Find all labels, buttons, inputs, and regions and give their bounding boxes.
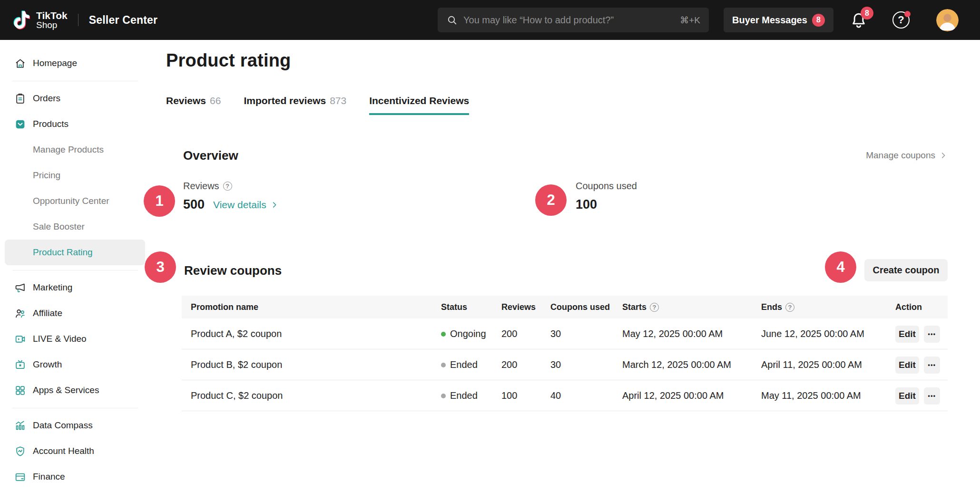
cell-action: Edit••• (895, 380, 940, 411)
help-glyph: ? (898, 14, 904, 26)
sidebar-item-finance[interactable]: Finance (0, 464, 150, 490)
cell-status: Ended (441, 380, 478, 411)
sidebar-item-label: Pricing (33, 170, 60, 181)
sidebar-item-product-rating[interactable]: Product Rating (5, 240, 145, 265)
global-search-input[interactable]: You may like “How to add product?” ⌘+K (438, 8, 709, 32)
buyer-messages-button[interactable]: Buyer Messages 8 (724, 8, 833, 32)
cell-starts: April 12, 2025 00:00 AM (622, 380, 724, 411)
column-header-status: Status (441, 296, 467, 318)
marketing-icon (14, 282, 26, 294)
tab-label: Reviews (166, 95, 206, 106)
sidebar-item-label: Finance (33, 472, 65, 482)
sidebar-item-label: Homepage (33, 58, 77, 68)
sidebar-item-apps-services[interactable]: Apps & Services (0, 377, 150, 403)
column-header-coupons-used: Coupons used (550, 296, 610, 318)
home-icon (14, 58, 26, 69)
sidebar-nav: HomepageOrdersProductsManage ProductsPri… (0, 40, 150, 501)
reviews-stat-label: Reviews ? (183, 181, 279, 192)
help-notification-dot (904, 11, 911, 17)
coupons-used-value: 100 (576, 197, 597, 212)
cell-reviews: 200 (501, 318, 517, 349)
help-button[interactable]: ? (892, 11, 910, 29)
more-actions-button[interactable]: ••• (924, 387, 940, 405)
coupons-table: Promotion nameStatusReviewsCoupons usedS… (182, 296, 948, 411)
more-actions-button[interactable]: ••• (924, 326, 940, 343)
sidebar-item-live-video[interactable]: LIVE & Video (0, 326, 150, 352)
starts-help-icon[interactable]: ? (650, 303, 659, 312)
status-text: Ended (450, 359, 478, 370)
cell-status: Ongoing (441, 318, 486, 349)
review-coupons-heading: Review coupons (184, 263, 282, 278)
status-text: Ongoing (450, 328, 486, 339)
sidebar-divider (0, 76, 150, 86)
sidebar-item-label: Marketing (33, 282, 72, 293)
sidebar-item-products[interactable]: Products (0, 111, 150, 137)
sidebar-item-orders[interactable]: Orders (0, 86, 150, 111)
affiliate-icon (14, 308, 26, 319)
create-coupon-button[interactable]: Create coupon (864, 259, 948, 281)
table-header-row: Promotion nameStatusReviewsCoupons usedS… (182, 296, 948, 318)
cell-promotion-name: Product B, $2 coupon (191, 349, 282, 380)
annotation-badge-3: 3 (145, 251, 176, 283)
reviews-stat-value: 500 (183, 197, 205, 212)
notifications-button[interactable]: 8 (850, 11, 868, 29)
edit-button[interactable]: Edit (895, 387, 919, 405)
sidebar-item-marketing[interactable]: Marketing (0, 275, 150, 300)
sidebar-item-sale-booster[interactable]: Sale Booster (0, 214, 150, 240)
sidebar-item-label: Affiliate (33, 308, 62, 318)
ends-help-icon[interactable]: ? (785, 303, 794, 312)
view-details-link[interactable]: View details (213, 199, 279, 211)
cell-coupons-used: 30 (550, 349, 561, 380)
sidebar-item-label: Products (33, 119, 69, 129)
tab-count: 66 (210, 95, 221, 106)
table-row: Product B, $2 couponEnded20030March 12, … (182, 349, 948, 380)
tiktok-shop-logo[interactable]: TikTok Shop (11, 10, 68, 30)
sidebar-item-pricing[interactable]: Pricing (0, 163, 150, 188)
chevron-right-icon (270, 201, 279, 209)
sidebar-item-opportunity-center[interactable]: Opportunity Center (0, 188, 150, 214)
avatar-image (936, 9, 959, 31)
column-header-reviews: Reviews (501, 296, 536, 318)
account-avatar[interactable] (936, 9, 959, 31)
orders-icon (14, 93, 26, 105)
more-actions-button[interactable]: ••• (924, 356, 940, 374)
app-name: Seller Center (89, 14, 158, 27)
sidebar-item-label: Account Health (33, 446, 94, 456)
cell-reviews: 100 (501, 380, 517, 411)
sidebar-item-label: Manage Products (33, 145, 104, 155)
data-icon (14, 420, 26, 432)
tab-reviews[interactable]: Reviews66 (166, 95, 221, 115)
sidebar-item-data-compass[interactable]: Data Compass (0, 413, 150, 438)
tab-imported-reviews[interactable]: Imported reviews873 (244, 95, 346, 115)
column-header-starts: Starts? (622, 296, 659, 318)
cell-coupons-used: 30 (550, 318, 561, 349)
column-header-ends: Ends? (761, 296, 794, 318)
edit-button[interactable]: Edit (895, 356, 919, 374)
coupons-used-stat: Coupons used 100 (576, 181, 637, 212)
tab-incentivized-reviews[interactable]: Incentivized Reviews (369, 95, 469, 115)
logo-wordmark: TikTok Shop (36, 10, 68, 30)
annotation-badge-2: 2 (535, 184, 567, 216)
sidebar-item-homepage[interactable]: Homepage (0, 50, 150, 76)
column-header-action: Action (895, 296, 922, 318)
cell-action: Edit••• (895, 349, 940, 380)
sidebar-item-manage-products[interactable]: Manage Products (0, 137, 150, 163)
annotation-badge-1: 1 (144, 185, 175, 217)
cell-ends: June 12, 2025 00:00 AM (761, 318, 864, 349)
coupons-used-label: Coupons used (576, 181, 637, 192)
manage-coupons-link[interactable]: Manage coupons (866, 150, 948, 161)
cell-ends: May 11, 2025 00:00 AM (761, 380, 861, 411)
sidebar-item-affiliate[interactable]: Affiliate (0, 300, 150, 326)
sidebar-divider (0, 265, 150, 275)
overview-heading: Overview (183, 148, 238, 163)
edit-button[interactable]: Edit (895, 326, 919, 343)
search-shortcut: ⌘+K (680, 15, 700, 26)
table-row: Product A, $2 couponOngoing20030May 12, … (182, 318, 948, 349)
products-icon (14, 118, 26, 130)
apps-icon (14, 385, 26, 396)
sidebar-item-label: Orders (33, 93, 60, 104)
reviews-help-icon[interactable]: ? (223, 182, 232, 191)
sidebar-item-account-health[interactable]: Account Health (0, 438, 150, 464)
status-dot-gray (441, 394, 446, 398)
sidebar-item-growth[interactable]: Growth (0, 352, 150, 377)
